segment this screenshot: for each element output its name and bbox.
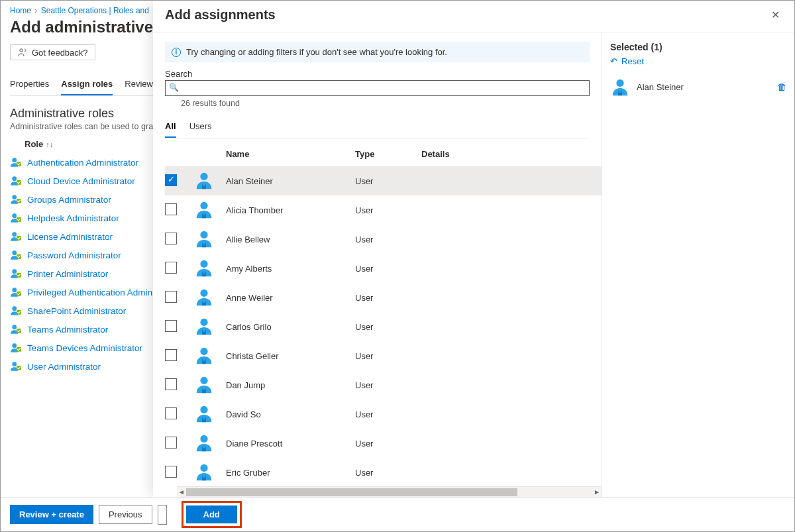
row-checkbox[interactable] [165,407,177,419]
table-row[interactable]: Amy AlbertsUser [165,254,602,283]
role-link[interactable]: Teams Administrator [27,325,108,335]
row-name: Christa Geller [226,351,355,361]
row-type: User [355,293,421,303]
selected-item-name: Alan Steiner [637,82,770,92]
row-name: Alicia Thomber [226,205,355,215]
role-icon [10,268,22,280]
search-label: Search [165,69,590,79]
panel-title: Add assignments [165,7,276,23]
user-avatar-icon [194,374,214,394]
breadcrumb-mid[interactable]: Seattle Operations | Roles and [41,6,149,15]
role-icon [10,156,22,168]
role-icon [10,212,22,224]
filter-tab-all[interactable]: All [165,117,176,138]
filter-tab-users[interactable]: Users [189,117,212,138]
row-checkbox[interactable] [165,378,177,390]
table-row[interactable]: Eric GruberUser [165,458,602,485]
row-type: User [355,235,421,244]
reset-button[interactable]: ↶ Reset [610,56,786,66]
user-avatar-icon [194,287,214,307]
user-avatar-icon [194,462,214,482]
role-icon [10,231,22,242]
row-type: User [355,409,421,419]
remove-selected-icon[interactable]: 🗑 [777,81,786,92]
results-count: 26 results found [181,99,590,108]
selected-panel: Selected (1) ↶ Reset Alan Steiner 🗑 [602,32,794,497]
role-link[interactable]: Privileged Authentication Administ [27,288,162,297]
close-icon[interactable]: ✕ [768,7,782,23]
row-name: Eric Gruber [226,468,355,478]
user-avatar-icon [194,258,214,278]
tab-assign-roles[interactable]: Assign roles [61,75,113,95]
row-type: User [355,322,421,332]
row-type: User [355,264,421,274]
role-link[interactable]: Teams Devices Administrator [27,343,142,353]
table-row[interactable]: Diane PrescottUser [165,429,602,458]
role-link[interactable]: Cloud Device Administrator [27,176,135,186]
breadcrumb-home[interactable]: Home [10,6,31,15]
add-assignments-panel: Add assignments ✕ i Try changing or addi… [153,1,794,497]
table-row[interactable]: David SoUser [165,399,602,429]
role-icon [10,305,22,317]
user-avatar-icon [194,433,214,452]
grid-header: Name Type Details [165,145,602,166]
role-link[interactable]: SharePoint Administrator [27,306,126,316]
row-checkbox[interactable] [165,174,177,186]
row-checkbox[interactable] [165,320,177,332]
user-avatar-icon [194,170,214,190]
user-avatar-icon [610,77,630,97]
role-icon [10,323,22,335]
role-link[interactable]: User Administrator [27,362,101,372]
search-input[interactable] [165,80,590,96]
horizontal-scrollbar[interactable]: ◄► [177,486,602,497]
table-row[interactable]: Christa GellerUser [165,341,602,370]
truncated-button[interactable] [158,505,167,525]
row-name: Anne Weiler [226,293,355,303]
feedback-button[interactable]: Got feedback? [10,44,95,60]
row-type: User [355,176,421,186]
table-row[interactable]: Dan JumpUser [165,370,602,399]
previous-button[interactable]: Previous [99,505,152,524]
user-grid[interactable]: Alan SteinerUserAlicia ThomberUserAllie … [165,166,602,485]
role-link[interactable]: Helpdesk Administrator [27,213,119,223]
review-create-button[interactable]: Review + create [10,505,93,524]
row-checkbox[interactable] [165,291,177,303]
row-name: Allie Bellew [226,235,355,244]
footer-bar: Review + create Previous Add [1,497,794,531]
row-type: User [355,468,421,478]
row-name: Diane Prescott [226,439,355,449]
row-name: Amy Alberts [226,264,355,274]
table-row[interactable]: Anne WeilerUser [165,283,602,312]
role-link[interactable]: License Administrator [27,232,113,242]
role-link[interactable]: Password Administrator [27,250,121,260]
row-checkbox[interactable] [165,233,177,244]
table-row[interactable]: Alan SteinerUser [165,166,602,195]
row-checkbox[interactable] [165,437,177,449]
selected-title: Selected (1) [610,42,786,52]
sort-arrow-icon: ↑↓ [46,140,53,148]
role-link[interactable]: Groups Administrator [27,195,111,205]
table-row[interactable]: Carlos GriloUser [165,312,602,341]
selected-item: Alan Steiner 🗑 [610,77,786,97]
row-type: User [355,205,421,215]
table-row[interactable]: Alicia ThomberUser [165,195,602,225]
add-button[interactable]: Add [186,505,237,523]
header-details[interactable]: Details [421,149,602,159]
role-link[interactable]: Authentication Administrator [27,158,138,168]
tab-properties[interactable]: Properties [10,75,49,95]
row-type: User [355,380,421,390]
info-message: i Try changing or adding filters if you … [165,42,590,62]
row-checkbox[interactable] [165,349,177,361]
tab-review[interactable]: Review [125,75,153,95]
role-icon [10,175,22,187]
header-type[interactable]: Type [355,149,421,159]
row-checkbox[interactable] [165,466,177,478]
row-checkbox[interactable] [165,262,177,274]
table-row[interactable]: Allie BellewUser [165,225,602,254]
header-name[interactable]: Name [226,149,355,159]
role-link[interactable]: Printer Administrator [27,269,108,279]
info-icon: i [172,48,181,57]
add-button-highlight: Add [182,501,242,528]
role-icon [10,360,22,372]
row-checkbox[interactable] [165,203,177,215]
